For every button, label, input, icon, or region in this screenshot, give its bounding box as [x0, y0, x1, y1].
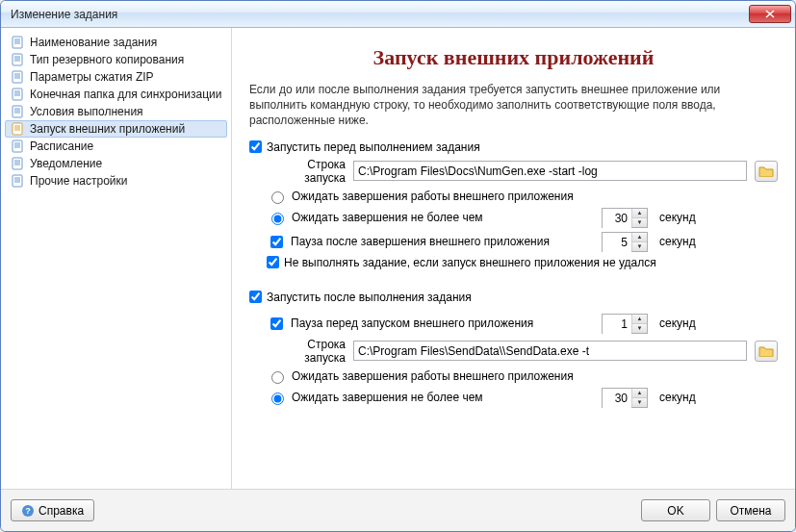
- help-button[interactable]: ? Справка: [11, 499, 94, 521]
- folder-icon: [758, 165, 774, 177]
- before-wait-timeout-label: Ожидать завершения не более чем: [292, 211, 483, 224]
- ok-button[interactable]: OK: [641, 499, 710, 521]
- nav-label: Наименование задания: [30, 36, 157, 49]
- after-wait-complete-row: Ожидать завершения работы внешнего прило…: [267, 368, 778, 384]
- after-enable-row: Запустить после выполнения задания: [249, 291, 778, 304]
- after-browse-button[interactable]: [755, 341, 778, 362]
- nav-item-external-apps[interactable]: Запуск внешних приложений: [5, 120, 227, 138]
- nav-item-misc[interactable]: Прочие настройки: [5, 172, 227, 190]
- page-icon: [11, 36, 24, 49]
- svg-rect-12: [13, 89, 22, 100]
- before-pause-after-row: Пауза после завершения внешнего приложен…: [267, 232, 778, 252]
- spinner-buttons[interactable]: ▲▼: [631, 233, 647, 251]
- svg-rect-28: [13, 158, 22, 169]
- before-pause-after-input[interactable]: [603, 233, 631, 253]
- before-cmd-row: Строка запуска: [267, 158, 778, 185]
- after-enable-checkbox[interactable]: [249, 291, 262, 303]
- before-wait-timeout-unit: секунд: [659, 211, 696, 224]
- nav-item-dest[interactable]: Конечная папка для синхронизации: [5, 86, 227, 103]
- after-pause-before-row: Пауза перед запуском внешнего приложения…: [267, 314, 778, 334]
- spinner-buttons[interactable]: ▲▼: [631, 315, 647, 333]
- after-pause-before-unit: секунд: [659, 317, 696, 330]
- window-title: Изменение задания: [11, 8, 749, 21]
- before-pause-after-unit: секунд: [659, 235, 696, 248]
- cancel-button[interactable]: Отмена: [716, 499, 785, 521]
- nav-item-zip[interactable]: Параметры сжатия ZIP: [5, 68, 227, 86]
- after-pause-before-checkbox[interactable]: [270, 317, 283, 330]
- spin-down-icon[interactable]: ▼: [632, 242, 647, 251]
- before-browse-button[interactable]: [755, 161, 778, 182]
- main-panel: Запуск внешних приложений Если до или по…: [232, 28, 795, 489]
- svg-rect-16: [13, 106, 22, 117]
- spin-down-icon[interactable]: ▼: [632, 324, 647, 333]
- before-wait-complete-label: Ожидать завершения работы внешнего прило…: [292, 190, 574, 203]
- spin-up-icon[interactable]: ▲: [632, 315, 647, 324]
- help-icon: ?: [21, 504, 35, 518]
- client-area: Наименование задания Тип резервного копи…: [1, 28, 795, 489]
- before-wait-timeout-input[interactable]: [603, 209, 631, 229]
- svg-text:?: ?: [25, 506, 31, 516]
- page-icon: [11, 157, 24, 170]
- close-icon: [765, 10, 775, 18]
- after-wait-timeout-label: Ожидать завершения не более чем: [292, 391, 483, 404]
- sidebar: Наименование задания Тип резервного копи…: [1, 28, 232, 489]
- svg-rect-24: [13, 140, 22, 152]
- spinner-buttons[interactable]: ▲▼: [631, 389, 647, 407]
- after-wait-complete-label: Ожидать завершения работы внешнего прило…: [292, 369, 574, 383]
- spin-up-icon[interactable]: ▲: [632, 209, 647, 218]
- before-skip-on-fail-checkbox[interactable]: [267, 256, 279, 268]
- before-wait-complete-row: Ожидать завершения работы внешнего прило…: [267, 189, 778, 204]
- after-enable-label: Запустить после выполнения задания: [267, 291, 472, 304]
- after-group: Пауза перед запуском внешнего приложения…: [267, 314, 778, 408]
- spin-down-icon[interactable]: ▼: [632, 218, 647, 227]
- spinner-buttons[interactable]: ▲▼: [631, 209, 647, 227]
- nav-label: Конечная папка для синхронизации: [30, 88, 221, 101]
- before-pause-after-checkbox[interactable]: [270, 236, 283, 248]
- svg-rect-8: [13, 71, 22, 83]
- before-wait-complete-radio[interactable]: [271, 191, 284, 204]
- before-pause-after-spinner[interactable]: ▲▼: [602, 232, 648, 252]
- after-pause-before-input[interactable]: [603, 315, 631, 335]
- page-icon: [11, 88, 24, 101]
- after-wait-complete-radio[interactable]: [271, 371, 284, 384]
- after-cmd-row: Строка запуска: [267, 338, 778, 365]
- before-wait-timeout-radio[interactable]: [271, 213, 284, 225]
- before-cmd-input[interactable]: [353, 161, 747, 181]
- nav-label: Расписание: [30, 139, 93, 153]
- cancel-label: Отмена: [730, 504, 771, 518]
- after-pause-before-spinner[interactable]: ▲▼: [602, 314, 648, 334]
- ok-label: OK: [667, 504, 683, 518]
- nav-item-schedule[interactable]: Расписание: [5, 138, 227, 155]
- nav-item-backup-type[interactable]: Тип резервного копирования: [5, 51, 227, 68]
- help-label: Справка: [39, 504, 84, 518]
- svg-rect-0: [13, 37, 22, 48]
- before-wait-timeout-spinner[interactable]: ▲▼: [602, 208, 648, 228]
- after-wait-timeout-row: Ожидать завершения не более чем ▲▼ секун…: [267, 388, 778, 408]
- nav-label: Тип резервного копирования: [30, 53, 184, 66]
- nav-item-notification[interactable]: Уведомление: [5, 155, 227, 172]
- before-skip-on-fail-row: Не выполнять задание, если запуск внешне…: [267, 256, 778, 269]
- before-enable-checkbox[interactable]: [249, 140, 262, 153]
- close-button[interactable]: [749, 5, 791, 23]
- page-title: Запуск внешних приложений: [249, 45, 778, 70]
- after-cmd-input[interactable]: [353, 341, 747, 361]
- spin-down-icon[interactable]: ▼: [632, 398, 647, 407]
- page-icon: [11, 105, 24, 118]
- page-icon: [11, 122, 24, 136]
- after-wait-timeout-spinner[interactable]: ▲▼: [602, 388, 648, 408]
- after-wait-timeout-input[interactable]: [603, 389, 631, 409]
- intro-text: Если до или после выполнения задания тре…: [249, 82, 778, 129]
- nav-item-name[interactable]: Наименование задания: [5, 34, 227, 51]
- nav-label: Параметры сжатия ZIP: [30, 70, 154, 84]
- nav-label: Уведомление: [30, 157, 102, 170]
- page-icon: [11, 139, 24, 153]
- folder-icon: [758, 344, 774, 357]
- svg-rect-20: [13, 123, 22, 135]
- after-cmd-label: Строка запуска: [267, 338, 346, 365]
- after-wait-timeout-radio[interactable]: [271, 393, 284, 405]
- svg-rect-4: [13, 54, 22, 65]
- spin-up-icon[interactable]: ▲: [632, 233, 647, 242]
- nav-item-conditions[interactable]: Условия выполнения: [5, 103, 227, 120]
- spin-up-icon[interactable]: ▲: [632, 389, 647, 398]
- before-group: Строка запуска Ожидать завершения работы…: [267, 158, 778, 269]
